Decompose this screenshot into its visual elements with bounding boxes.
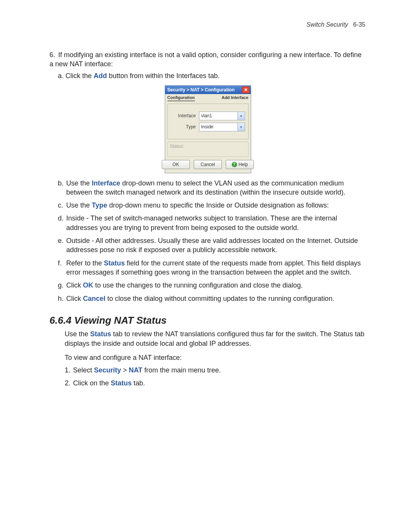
- substep-text: Refer to the Status field for the curren…: [66, 259, 365, 277]
- cancel-button-label: Cancel: [201, 162, 215, 167]
- substep-letter: f.: [58, 259, 66, 277]
- cancel-button[interactable]: Cancel: [194, 160, 222, 169]
- status-label: Status:: [170, 144, 184, 149]
- ok-button-label: OK: [172, 162, 179, 167]
- dialog-title: Security > NAT > Configuration: [167, 87, 235, 93]
- section-intro: Use the Status tab to review the NAT tra…: [65, 329, 365, 348]
- step-1: 1. Select Security > NAT from the main m…: [65, 366, 365, 375]
- interface-label: Interface: [171, 113, 199, 118]
- txt: Use the: [66, 201, 92, 209]
- section-lead: To view and configure a NAT interface:: [65, 353, 365, 363]
- cancel-word: Cancel: [83, 295, 105, 302]
- substep-letter: e.: [58, 236, 66, 255]
- type-word: Type: [92, 201, 107, 209]
- ok-word: OK: [83, 281, 93, 289]
- txt: Click: [66, 281, 83, 289]
- substep-letter: h.: [58, 294, 66, 303]
- section-heading: 6.6.4 Viewing NAT Status: [49, 315, 365, 326]
- tab-configuration[interactable]: Configuration: [167, 95, 195, 101]
- status-field: Status:: [167, 142, 249, 157]
- substep-letter: b.: [58, 179, 66, 197]
- status-word: Status: [90, 330, 111, 338]
- add-interface-dialog-figure: Security > NAT > Configuration ✕ Configu…: [165, 85, 250, 173]
- txt: Use the: [66, 179, 92, 187]
- step-6: 6. If modifying an existing interface is…: [49, 50, 365, 69]
- type-select-value: Inside: [201, 124, 213, 129]
- txt: Refer to the: [66, 259, 104, 267]
- document-page: Switch Security 6-35 6. If modifying an …: [0, 0, 411, 532]
- chevron-down-icon: ▾: [237, 112, 245, 120]
- step-text: Select Security > NAT from the main menu…: [73, 366, 365, 375]
- numbered-steps: 1. Select Security > NAT from the main m…: [65, 366, 365, 388]
- step-text: If modifying an existing interface is no…: [49, 51, 362, 68]
- status-word: Status: [104, 259, 125, 267]
- step-number: 6.: [49, 50, 56, 59]
- substep-h: h. Click Cancel to close the dialog with…: [58, 294, 365, 303]
- interface-row: Interface vlan1 ▾: [171, 112, 245, 120]
- txt: Select: [73, 366, 94, 374]
- substep-letter: c.: [58, 201, 66, 210]
- help-button-label: Help: [239, 162, 248, 167]
- interface-word: Interface: [92, 179, 120, 187]
- chapter-title: Switch Security: [306, 21, 348, 28]
- type-select[interactable]: Inside ▾: [199, 123, 245, 131]
- dialog-button-row: OK Cancel ? Help: [165, 157, 251, 173]
- page-number-ref: [350, 21, 353, 28]
- substep-list: b. Use the Interface drop-down menu to s…: [58, 179, 365, 303]
- close-icon[interactable]: ✕: [242, 86, 250, 93]
- step-number: 1.: [65, 366, 73, 375]
- ok-button[interactable]: OK: [162, 160, 190, 169]
- txt: Click: [66, 295, 83, 302]
- type-row: Type Inside ▾: [171, 123, 245, 131]
- txt: to close the dialog without committing u…: [105, 295, 334, 302]
- type-label: Type: [171, 124, 199, 129]
- txt: tab.: [132, 379, 145, 387]
- help-icon: ?: [232, 162, 237, 167]
- substep-a-post: button from within the Interfaces tab.: [107, 72, 220, 80]
- step-text: Click on the Status tab.: [73, 379, 365, 388]
- dialog-titlebar: Security > NAT > Configuration ✕: [165, 86, 251, 94]
- substep-text: Use the Type drop-down menu to specific …: [66, 201, 365, 210]
- status-word: Status: [111, 379, 132, 387]
- substep-a-pre: Click the: [65, 72, 94, 80]
- dialog-tab-row: Configuration Add Interface: [165, 94, 251, 101]
- security-word: Security: [94, 366, 121, 374]
- step-2: 2. Click on the Status tab.: [65, 379, 365, 388]
- add-interface-dialog: Security > NAT > Configuration ✕ Configu…: [165, 85, 251, 173]
- help-button[interactable]: ? Help: [226, 160, 254, 169]
- chevron-down-icon: ▾: [237, 123, 245, 131]
- interface-select[interactable]: vlan1 ▾: [199, 112, 245, 120]
- substep-a: a. Click the Add button from within the …: [58, 72, 365, 80]
- page-header: Switch Security 6-35: [49, 21, 365, 28]
- substep-text: Outside - All other addresses. Usually t…: [66, 236, 365, 255]
- substep-d: d. Inside - The set of switch-managed ne…: [58, 214, 365, 232]
- dialog-form-panel: Interface vlan1 ▾ Type Inside ▾: [167, 104, 249, 139]
- substep-g: g. Click OK to use the changes to the ru…: [58, 281, 365, 290]
- substep-c: c. Use the Type drop-down menu to specif…: [58, 201, 365, 210]
- page-ref: 6-35: [353, 21, 365, 28]
- panel-label-add-interface: Add Interface: [221, 95, 248, 101]
- substep-text: Inside - The set of switch-managed netwo…: [66, 214, 365, 232]
- substep-text: Click Cancel to close the dialog without…: [66, 294, 365, 303]
- substep-letter: g.: [58, 281, 66, 290]
- add-word: Add: [94, 72, 107, 80]
- substep-letter: d.: [58, 214, 66, 232]
- section-body: Use the Status tab to review the NAT tra…: [65, 329, 365, 388]
- substep-f: f. Refer to the Status field for the cur…: [58, 259, 365, 277]
- substep-letter: a.: [58, 72, 64, 80]
- substep-text: Click OK to use the changes to the runni…: [66, 281, 365, 290]
- substep-text: Use the Interface drop-down menu to sele…: [66, 179, 365, 197]
- txt: drop-down menu to specific the Inside or…: [107, 201, 329, 209]
- substep-b: b. Use the Interface drop-down menu to s…: [58, 179, 365, 197]
- nat-word: NAT: [129, 366, 143, 374]
- txt: to use the changes to the running config…: [93, 281, 303, 289]
- step-number: 2.: [65, 379, 73, 388]
- interface-select-value: vlan1: [201, 113, 212, 118]
- breadcrumb-separator: >: [121, 366, 129, 374]
- substep-e: e. Outside - All other addresses. Usuall…: [58, 236, 365, 255]
- txt: Use the: [65, 330, 90, 338]
- txt: Click on the: [73, 379, 111, 387]
- txt: from the main menu tree.: [142, 366, 221, 374]
